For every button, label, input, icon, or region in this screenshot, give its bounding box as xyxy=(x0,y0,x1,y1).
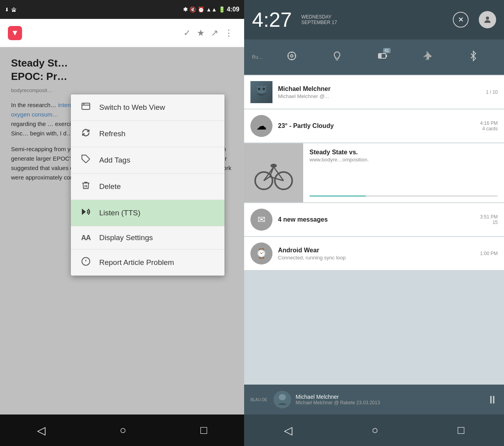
star-button[interactable]: ★ xyxy=(194,25,208,41)
day-label: WEDNESDAY xyxy=(301,14,337,20)
nav-bar-right: ◁ ○ □ xyxy=(244,415,504,446)
more-button[interactable]: ⋮ xyxy=(221,25,236,41)
signal-icon: ▲▲ xyxy=(206,6,217,13)
share-button[interactable]: ↗ xyxy=(208,25,221,41)
bulb-icon[interactable] xyxy=(332,50,343,64)
svg-rect-23 xyxy=(250,149,297,196)
battery-qs-icon[interactable]: 41 xyxy=(377,50,388,64)
status-bar-left: ⬇ 🛣 ✱ 🔇 ⏰ ▲▲ 🔋 4:09 xyxy=(0,0,244,19)
battery-badge: 41 xyxy=(383,48,391,53)
notification-messages[interactable]: ✉ 4 new messages 3:51 PM 15 xyxy=(244,203,504,236)
notification-email[interactable]: Michael Melchner Michael Melchner @... 1… xyxy=(244,76,504,109)
notif-time-weather: 4:16 PM 4 cards xyxy=(470,120,498,131)
pocket-logo[interactable]: ▼ xyxy=(8,26,22,40)
mute-icon: 🔇 xyxy=(189,6,196,13)
notification-android-wear[interactable]: ⌚ Android Wear Connected, running sync l… xyxy=(244,237,504,270)
notif-title-weather: 23° - Partly Cloudy xyxy=(278,122,465,130)
menu-label-refresh: Refresh xyxy=(99,130,126,138)
airplane-icon[interactable] xyxy=(422,50,434,64)
notif-subtitle-email: Michael Melchner @... xyxy=(278,93,472,99)
location-icon[interactable] xyxy=(286,50,297,64)
media-info: Michael Melchner Michael Melchner @ Rake… xyxy=(296,394,482,405)
menu-item-refresh[interactable]: Refresh xyxy=(71,121,224,147)
article-title: Steady St…EPOC: Pr… xyxy=(11,57,233,83)
mail-icon: ✉ xyxy=(258,214,265,225)
svg-rect-16 xyxy=(386,55,387,57)
notif-title-article: Steady State vs. xyxy=(309,149,498,156)
menu-item-display-settings[interactable]: AA Display Settings xyxy=(71,226,224,250)
right-phone: 4:27 WEDNESDAY SEPTEMBER 17 ✕ Ru… xyxy=(244,0,504,446)
notif-content-article: Steady State vs. www.bodyre…omposition. xyxy=(303,143,504,202)
status-bar-right: 4:27 WEDNESDAY SEPTEMBER 17 ✕ xyxy=(244,0,504,39)
listen-icon xyxy=(80,207,91,219)
home-button-right[interactable]: ○ xyxy=(372,424,378,437)
notif-content-wear: Android Wear Connected, running sync loo… xyxy=(278,247,465,261)
report-icon xyxy=(80,257,91,268)
notif-content-weather: 23° - Partly Cloudy xyxy=(278,122,465,130)
bluetooth-qs-icon[interactable] xyxy=(468,50,479,64)
svg-point-10 xyxy=(291,55,293,57)
svg-rect-0 xyxy=(82,103,90,109)
web-view-icon xyxy=(80,102,91,113)
time-left: 4:09 xyxy=(227,6,239,13)
display-settings-icon: AA xyxy=(80,234,91,242)
qs-label: Ru… xyxy=(252,54,263,60)
close-button[interactable]: ✕ xyxy=(453,12,469,28)
notif-content-messages: 4 new messages xyxy=(278,216,465,223)
media-title: Michael Melchner xyxy=(296,394,482,400)
article-content: Steady St…EPOC: Pr… bodyrecomposit… In t… xyxy=(0,47,244,415)
svg-point-21 xyxy=(258,88,260,90)
menu-item-listen[interactable]: Listen (TTS) xyxy=(71,200,224,226)
media-avatar xyxy=(274,391,291,408)
notif-title-wear: Android Wear xyxy=(278,247,465,254)
media-play-button[interactable]: ⏸ xyxy=(487,393,498,406)
menu-label-listen: Listen (TTS) xyxy=(99,209,141,217)
notif-counter-email: 1 / 10 xyxy=(478,89,498,95)
media-site: BLAU.DE xyxy=(250,398,267,402)
svg-point-22 xyxy=(263,88,265,90)
back-button-left[interactable]: ◁ xyxy=(37,424,46,437)
notification-weather[interactable]: ☁ 23° - Partly Cloudy 4:16 PM 4 cards xyxy=(244,109,504,142)
notif-title-email: Michael Melchner xyxy=(278,85,472,93)
notif-counter-text: 1 / 10 xyxy=(478,89,498,95)
notif-content-email: Michael Melchner Michael Melchner @... xyxy=(278,85,472,99)
recent-button-left[interactable]: □ xyxy=(200,424,207,437)
menu-item-add-tags[interactable]: Add Tags xyxy=(71,147,224,174)
download-icon: ⬇ xyxy=(5,7,9,13)
battery-icon: 🔋 xyxy=(219,6,225,13)
cloud-icon: ☁ xyxy=(256,120,267,132)
home-button-left[interactable]: ○ xyxy=(120,424,126,437)
menu-label-add-tags: Add Tags xyxy=(99,156,130,165)
notif-title-messages: 4 new messages xyxy=(278,216,465,223)
status-icons-left: ⬇ 🛣 xyxy=(5,7,17,13)
status-info-right: ✱ 🔇 ⏰ ▲▲ 🔋 4:09 xyxy=(183,6,239,13)
menu-label-display-settings: Display Settings xyxy=(99,233,153,242)
menu-item-report[interactable]: Report Article Problem xyxy=(71,250,224,276)
recent-button-right[interactable]: □ xyxy=(458,424,464,437)
svg-point-34 xyxy=(279,394,286,400)
notif-time-wear: 1:00 PM xyxy=(470,251,498,256)
refresh-icon xyxy=(80,128,91,140)
left-phone: ⬇ 🛣 ✱ 🔇 ⏰ ▲▲ 🔋 4:09 ▼ ✓ ★ ↗ ⋮ Steady St…… xyxy=(0,0,244,446)
back-button-right[interactable]: ◁ xyxy=(284,424,293,437)
nav-bar-left: ◁ ○ □ xyxy=(0,415,244,446)
alarm-icon: ⏰ xyxy=(198,6,204,13)
date-label: SEPTEMBER 17 xyxy=(301,20,337,25)
menu-item-delete[interactable]: Delete xyxy=(71,174,224,200)
svg-rect-17 xyxy=(379,54,382,58)
menu-label-report: Report Article Problem xyxy=(99,258,174,267)
road-sign-icon: 🛣 xyxy=(11,7,17,13)
avatar-weather: ☁ xyxy=(250,115,272,137)
quick-settings: Ru… xyxy=(244,39,504,75)
article-thumbnail xyxy=(244,143,303,202)
notif-time-messages: 3:51 PM 15 xyxy=(470,214,498,225)
notification-article[interactable]: Steady State vs. www.bodyre…omposition. xyxy=(244,143,504,202)
avatar-android-wear: ⌚ xyxy=(250,242,272,265)
user-button[interactable] xyxy=(479,11,496,28)
svg-point-8 xyxy=(486,17,489,20)
date-display: WEDNESDAY SEPTEMBER 17 xyxy=(301,14,337,25)
checkmark-button[interactable]: ✓ xyxy=(180,25,194,41)
context-menu: Switch to Web View Refresh xyxy=(71,94,224,276)
menu-item-switch-web[interactable]: Switch to Web View xyxy=(71,94,224,121)
qs-icons: 41 xyxy=(269,50,496,64)
